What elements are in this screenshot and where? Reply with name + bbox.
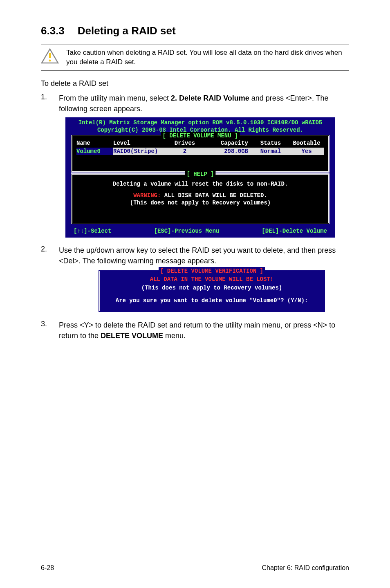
- help-warn-label: WARNING:: [133, 192, 161, 199]
- confirm-title: [ DELETE VOLUME VERIFICATION ]: [159, 267, 265, 276]
- row-level: RAID0(Stripe): [113, 148, 170, 155]
- col-level: Level: [113, 139, 170, 147]
- confirm-warning: ALL DATA IN THE VOLUME WILL BE LOST!: [105, 275, 318, 284]
- col-bootable: Bootable: [289, 139, 324, 147]
- row-capacity: 298.0GB: [199, 148, 252, 155]
- confirm-dialog: [ DELETE VOLUME VERIFICATION ] ALL DATA …: [98, 269, 325, 312]
- help-warning-line: WARNING: ALL DISK DATA WILL BE DELETED.: [76, 192, 324, 199]
- step-number: 2.: [41, 245, 59, 266]
- intro-text: To delete a RAID set: [41, 78, 349, 89]
- row-name: Volume0: [76, 148, 113, 155]
- step-3: 3. Press <Y> to delete the RAID set and …: [41, 320, 349, 341]
- step-number: 3.: [41, 320, 59, 341]
- bios-header-1: Intel(R) Matrix Storage Manager option R…: [65, 119, 335, 126]
- col-name: Name: [76, 139, 113, 147]
- step-text: Use the up/down arrow key to select the …: [59, 245, 349, 266]
- table-row[interactable]: Volume0 RAID0(Stripe) 2 298.0GB Normal Y…: [76, 148, 324, 155]
- confirm-prompt[interactable]: Are you sure you want to delete volume "…: [105, 296, 318, 305]
- footer-prev: [ESC]-Previous Menu: [154, 227, 220, 235]
- step1-bold: 2. Delete RAID Volume: [171, 94, 249, 102]
- step-text: From the utility main menu, select 2. De…: [59, 93, 349, 114]
- step-2: 2. Use the up/down arrow key to select t…: [41, 245, 349, 266]
- row-status: Normal: [252, 148, 289, 155]
- step1-pre: From the utility main menu, select: [59, 94, 171, 102]
- footer-select: [↑↓]-Select: [74, 227, 111, 235]
- warning-text: Take caution when deleting a RAID set. Y…: [66, 48, 349, 67]
- col-capacity: Capacity: [199, 139, 252, 147]
- svg-point-2: [49, 60, 51, 62]
- section-heading: 6.3.3Deleting a RAID set: [41, 25, 349, 37]
- warning-callout: Take caution when deleting a RAID set. Y…: [41, 45, 349, 71]
- step-1: 1. From the utility main menu, select 2.…: [41, 93, 349, 114]
- col-drives: Drives: [170, 139, 199, 147]
- delete-volume-menu: [ DELETE VOLUME MENU ] Name Level Drives…: [71, 135, 329, 173]
- table-header: Name Level Drives Capacity Status Bootab…: [76, 139, 324, 148]
- row-drives: 2: [170, 148, 199, 155]
- step3-post: menu.: [163, 332, 186, 340]
- row-bootable: Yes: [289, 148, 324, 155]
- help-box: [ HELP ] Deleting a volume will reset th…: [71, 173, 329, 224]
- confirm-note: (This does not apply to Recovery volumes…: [105, 284, 318, 292]
- bios-screen: Intel(R) Matrix Storage Manager option R…: [65, 117, 335, 238]
- help-title: [ HELP ]: [185, 171, 215, 178]
- help-line-3: (This does not apply to Recovery volumes…: [76, 199, 324, 206]
- help-warn-text: ALL DISK DATA WILL BE DELETED.: [161, 192, 267, 199]
- help-line-1: Deleting a volume will reset the disks t…: [76, 180, 324, 188]
- footer-delete: [DEL]-Delete Volume: [262, 227, 327, 235]
- section-title: Deleting a RAID set: [78, 25, 176, 37]
- bios-footer: [↑↓]-Select [ESC]-Previous Menu [DEL]-De…: [65, 227, 335, 237]
- svg-rect-1: [49, 53, 51, 58]
- step-number: 1.: [41, 93, 59, 114]
- step3-bold: DELETE VOLUME: [101, 332, 163, 340]
- step-text: Press <Y> to delete the RAID set and ret…: [59, 320, 349, 341]
- col-status: Status: [252, 139, 289, 147]
- menu-title: [ DELETE VOLUME MENU ]: [161, 132, 240, 139]
- section-number: 6.3.3: [41, 25, 65, 37]
- caution-icon: [41, 48, 59, 64]
